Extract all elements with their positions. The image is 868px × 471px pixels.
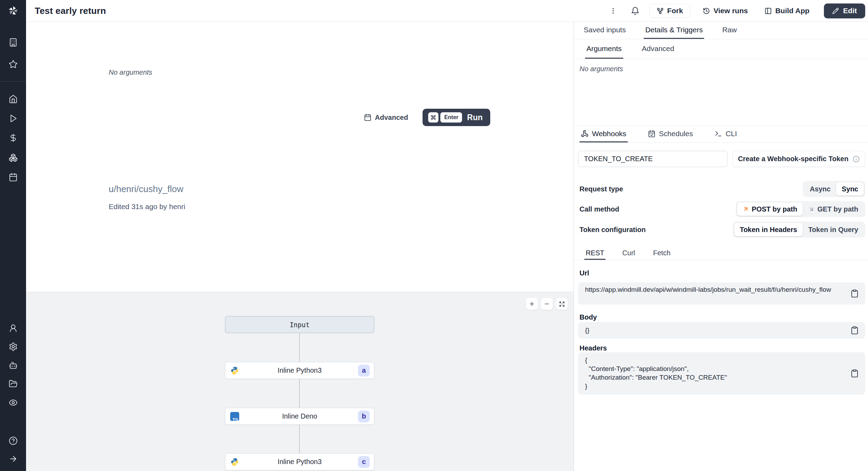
play-icon[interactable] (9, 114, 18, 123)
webhook-icon (581, 130, 589, 138)
history-clock-icon (703, 7, 710, 15)
advanced-label: Advanced (375, 114, 408, 122)
flow-node-b[interactable]: TS Inline Deno b (225, 408, 374, 425)
tab-fetch[interactable]: Fetch (652, 247, 672, 260)
tab-advanced[interactable]: Advanced (641, 39, 676, 59)
headers-value: { "Content-Type": "application/json", "A… (585, 356, 839, 390)
flow-node-a[interactable]: Inline Python3 a (225, 362, 374, 379)
edited-info: Edited 31s ago by henri (109, 203, 185, 211)
bot-icon[interactable] (9, 361, 18, 370)
build-app-button[interactable]: Build App (762, 7, 811, 15)
calendar-icon[interactable] (9, 173, 18, 182)
panel-no-arguments-text: No arguments (579, 65, 623, 73)
edit-button[interactable]: Edit (824, 3, 865, 18)
tab-schedules[interactable]: Schedules (646, 126, 694, 142)
request-type-row: Request type Async Sync (579, 181, 865, 197)
headers-box: { "Content-Type": "application/json", "A… (578, 352, 865, 395)
flow-path-block: u/henri/cushy_flow Edited 31s ago by hen… (109, 184, 185, 211)
flow-edge (299, 333, 300, 362)
node-label: Inline Python3 (225, 454, 374, 470)
boxes-icon[interactable] (9, 153, 18, 162)
copy-url-button[interactable] (850, 289, 859, 298)
tab-arguments[interactable]: Arguments (585, 39, 623, 59)
topbar-actions: Fork View runs Build App Edit (609, 3, 865, 18)
windmill-logo-icon[interactable] (7, 5, 19, 17)
pencil-icon (832, 8, 839, 14)
call-method-toggle: POST by path GET by path (736, 201, 865, 217)
post-by-path-option[interactable]: POST by path (737, 203, 803, 216)
tab-saved-inputs[interactable]: Saved inputs (582, 22, 627, 39)
flow-path: u/henri/cushy_flow (109, 184, 185, 195)
token-in-query-option[interactable]: Token in Query (803, 223, 864, 236)
tab-raw[interactable]: Raw (721, 22, 738, 39)
copy-body-button[interactable] (850, 326, 859, 335)
clipboard-icon (850, 326, 859, 335)
tab-rest[interactable]: REST (584, 247, 606, 260)
url-box: https://app.windmill.dev/api/w/windmill-… (578, 282, 865, 305)
fork-label: Fork (667, 7, 683, 15)
input-node-label: Input (225, 316, 374, 333)
user-icon[interactable] (9, 324, 18, 333)
clipboard-icon (850, 369, 859, 378)
sidebar-divider (0, 81, 26, 82)
settings-gear-icon[interactable] (9, 342, 18, 351)
token-config-row: Token configuration Token in Headers Tok… (579, 222, 865, 238)
bell-icon[interactable] (631, 7, 640, 15)
flow-node-input[interactable]: Input (225, 316, 374, 333)
zoom-out-button[interactable] (541, 298, 553, 310)
star-icon[interactable] (9, 60, 18, 69)
url-label: Url (579, 269, 589, 277)
terminal-icon (715, 130, 722, 138)
token-row: Create a Webhook-specific Token (578, 151, 865, 167)
fork-button[interactable]: Fork (649, 4, 691, 18)
fullscreen-expand-button[interactable] (556, 298, 568, 310)
token-in-headers-option[interactable]: Token in Headers (734, 223, 803, 236)
body-box: {} (578, 322, 865, 339)
arrow-up-right-icon (743, 206, 749, 212)
panel-subtabs: Arguments Advanced (574, 39, 868, 59)
page-title: Test early return (35, 6, 106, 16)
body-label: Body (579, 313, 597, 321)
run-row: Advanced Enter Run (364, 109, 490, 126)
schedules-label: Schedules (659, 130, 693, 138)
view-runs-label: View runs (713, 7, 748, 15)
tab-webhooks[interactable]: Webhooks (579, 126, 628, 142)
node-badge: a (358, 365, 370, 377)
request-type-label: Request type (579, 185, 623, 193)
token-input[interactable] (578, 151, 727, 167)
edit-label: Edit (843, 7, 857, 15)
panel-tabs: Saved inputs Details & Triggers Raw (574, 22, 868, 39)
url-value: https://app.windmill.dev/api/w/windmill-… (585, 285, 839, 294)
async-option[interactable]: Async (804, 182, 836, 196)
eye-icon[interactable] (9, 398, 18, 407)
folder-open-icon[interactable] (9, 379, 18, 388)
home-icon[interactable] (9, 94, 18, 104)
flow-edge (299, 379, 300, 408)
tab-cli[interactable]: CLI (713, 126, 738, 142)
zoom-in-button[interactable] (526, 298, 538, 310)
sync-option[interactable]: Sync (836, 182, 864, 196)
node-label: Inline Deno (225, 408, 374, 424)
building-icon[interactable] (9, 38, 18, 47)
node-badge: c (358, 456, 370, 468)
help-circle-icon[interactable] (9, 436, 18, 445)
call-method-label: Call method (579, 205, 619, 213)
create-webhook-token-button[interactable]: Create a Webhook-specific Token (732, 151, 865, 167)
kebab-menu-icon[interactable] (609, 7, 617, 15)
dollar-sign-icon[interactable] (9, 133, 18, 142)
windmill-app: Test early return Fork View runs Build A… (0, 0, 868, 471)
advanced-button[interactable]: Advanced (364, 114, 408, 122)
create-token-label: Create a Webhook-specific Token (738, 155, 848, 163)
tab-curl[interactable]: Curl (621, 247, 636, 260)
view-runs-button[interactable]: View runs (701, 7, 750, 15)
arrow-right-icon[interactable] (9, 454, 18, 463)
tab-details-triggers[interactable]: Details & Triggers (644, 22, 704, 39)
run-button[interactable]: Enter Run (423, 109, 490, 126)
flow-edge (299, 425, 300, 453)
headers-label: Headers (579, 344, 607, 352)
copy-headers-button[interactable] (850, 369, 859, 378)
build-app-label: Build App (775, 7, 809, 15)
get-by-path-option[interactable]: GET by path (803, 203, 864, 216)
flow-node-c[interactable]: Inline Python3 c (225, 453, 374, 470)
cmd-keycap (428, 112, 439, 123)
